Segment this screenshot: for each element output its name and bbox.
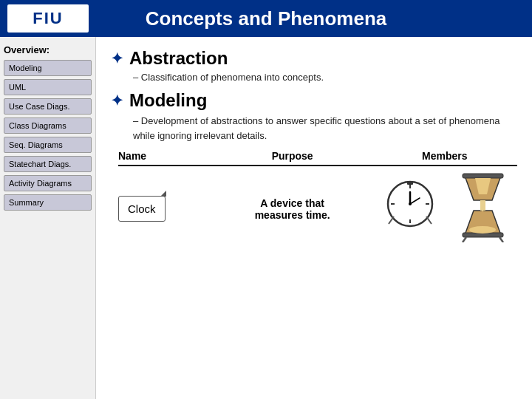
svg-rect-8 [407, 181, 413, 185]
svg-point-18 [481, 207, 484, 211]
sidebar-item-uml[interactable]: UML [4, 79, 92, 95]
svg-line-10 [426, 216, 432, 224]
logo-box: FIU [7, 4, 89, 33]
analog-clock-icon [383, 176, 438, 242]
sidebar-item-use-case-diags[interactable]: Use Case Diags. [4, 98, 92, 115]
col-header-name: Name [118, 150, 213, 162]
svg-line-19 [463, 237, 466, 242]
hourglass-icon [459, 172, 507, 245]
members-cell [372, 172, 517, 245]
sidebar-item-class-diagrams[interactable]: Class Diagrams [4, 117, 92, 134]
sidebar-item-modeling[interactable]: Modeling [4, 60, 92, 76]
sidebar: Overview: Modeling UML Use Case Diags. C… [0, 37, 96, 399]
abstraction-title: Abstraction [129, 48, 228, 69]
bullet-star-1: ✦ [111, 50, 123, 67]
svg-point-7 [409, 202, 412, 205]
table-header-row: Name Purpose Members [118, 150, 517, 166]
modeling-header: ✦ Modeling [111, 90, 517, 111]
sidebar-overview-label: Overview: [4, 44, 92, 55]
content-area: ✦ Abstraction – Classification of phenom… [96, 37, 532, 399]
main-layout: Overview: Modeling UML Use Case Diags. C… [0, 37, 532, 399]
svg-rect-13 [463, 174, 503, 178]
table-area: Name Purpose Members Clock A device that… [118, 150, 517, 245]
logo-text: FIU [33, 9, 63, 28]
modeling-title: Modeling [129, 90, 207, 111]
table-data-row: Clock A device thatmeasures time. [118, 172, 517, 245]
abstraction-body: – Classification of phenomena into conce… [133, 72, 517, 83]
header-title: Concepts and Phenomena [146, 7, 387, 30]
svg-line-20 [499, 237, 503, 242]
bullet-star-2: ✦ [111, 92, 123, 109]
sidebar-item-activity-diagrams[interactable]: Activity Diagrams [4, 175, 92, 191]
svg-line-9 [389, 216, 394, 224]
abstraction-header: ✦ Abstraction [111, 48, 517, 69]
sidebar-item-seq-diagrams[interactable]: Seq. Diagrams [4, 137, 92, 153]
name-cell: Clock [118, 196, 213, 222]
modeling-body: – Development of abstractions to answer … [133, 114, 517, 143]
sidebar-item-summary[interactable]: Summary [4, 194, 92, 211]
col-header-members: Members [372, 150, 517, 162]
purpose-cell: A device thatmeasures time. [213, 197, 372, 221]
logo-area: FIU [7, 4, 89, 33]
modeling-section: ✦ Modeling – Development of abstractions… [111, 90, 517, 143]
abstraction-section: ✦ Abstraction – Classification of phenom… [111, 48, 517, 83]
clock-label: Clock [118, 196, 166, 222]
header: FIU Concepts and Phenomena [0, 0, 532, 37]
col-header-purpose: Purpose [213, 150, 372, 162]
sidebar-item-statechart-diags[interactable]: Statechart Diags. [4, 156, 92, 172]
svg-point-16 [469, 226, 496, 233]
